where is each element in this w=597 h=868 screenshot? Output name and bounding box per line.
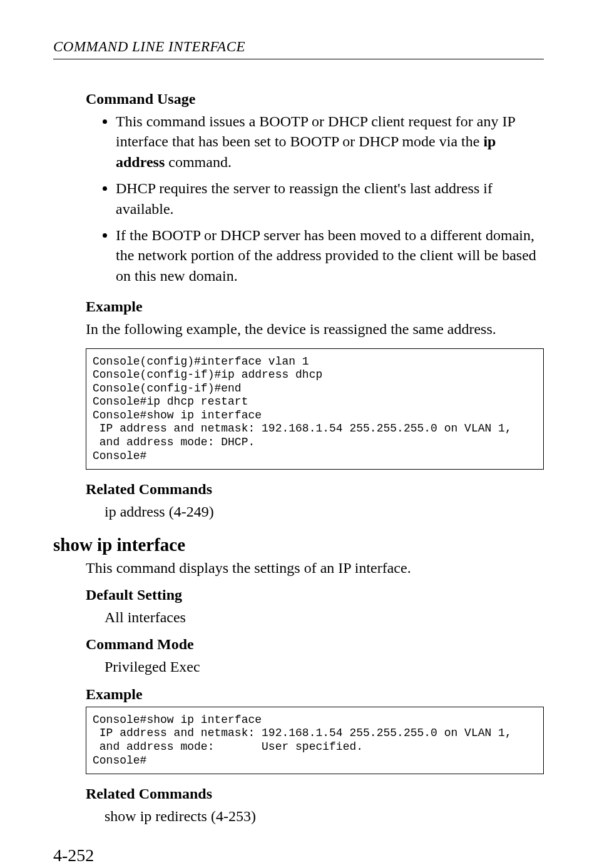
page-container: COMMAND LINE INTERFACE Command Usage Thi… [0,0,597,865]
command-mode-line: Privileged Exec [105,657,544,677]
bullet-text: DHCP requires the server to reassign the… [116,180,492,216]
example-heading: Example [86,298,544,315]
code-block-1: Console(config)#interface vlan 1 Console… [86,348,544,470]
body-content: Command Usage This command issues a BOOT… [86,91,544,827]
related-commands-heading-2: Related Commands [86,785,544,802]
page-number: 4-252 [53,845,544,865]
command-mode-heading: Command Mode [86,636,544,653]
command-usage-list: This command issues a BOOTP or DHCP clie… [86,111,544,286]
command-title: show ip interface [53,535,544,555]
bullet-item: DHCP requires the server to reassign the… [116,178,544,219]
code-block-2: Console#show ip interface IP address and… [86,707,544,774]
bullet-item: If the BOOTP or DHCP server has been mov… [116,225,544,286]
example-heading-2: Example [86,686,544,703]
bullet-text-post: command. [165,154,232,170]
default-setting-line: All interfaces [105,607,544,627]
example-para: In the following example, the device is … [86,319,544,339]
default-setting-heading: Default Setting [86,587,544,603]
command-description: This command displays the settings of an… [86,558,544,578]
bullet-text: If the BOOTP or DHCP server has been mov… [116,227,536,284]
related-command-line-2: show ip redirects (4-253) [105,806,544,826]
bullet-item: This command issues a BOOTP or DHCP clie… [116,111,544,172]
running-header: COMMAND LINE INTERFACE [53,39,544,59]
command-usage-heading: Command Usage [86,91,544,108]
related-commands-heading: Related Commands [86,481,544,498]
bullet-text-pre: This command issues a BOOTP or DHCP clie… [116,113,515,149]
related-command-line: ip address (4-249) [105,502,544,522]
